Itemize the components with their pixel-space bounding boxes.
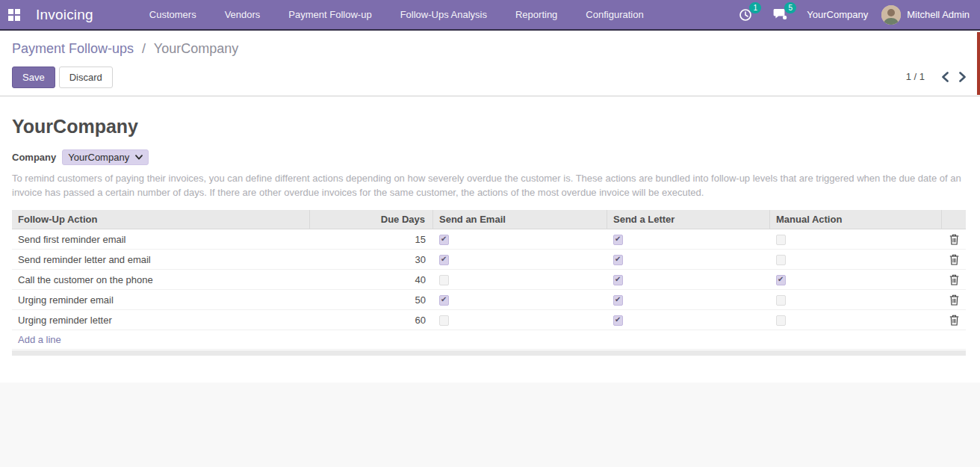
header-send-an-email[interactable]: Send an Email [433,210,607,229]
header-follow-up-action[interactable]: Follow-Up Action [12,210,310,229]
delete-row-button[interactable] [949,274,959,285]
followup-table-body: Send first reminder email 15 Send remind… [12,229,966,330]
delete-row-button[interactable] [949,254,959,265]
header-due-days[interactable]: Due Days [310,210,433,229]
navbar-right: 1 5 YourCompany Mitchell Admin [728,5,980,25]
chevron-down-icon [135,155,143,160]
messages-menu[interactable]: 5 [763,8,798,21]
delete-row-button[interactable] [949,294,959,306]
row-action[interactable]: Call the customer on the phone [12,274,310,285]
manual-action-checkbox[interactable] [776,275,786,285]
trash-icon [949,254,959,265]
row-due-days[interactable]: 30 [310,254,433,265]
header-delete-column [942,210,966,229]
menu-item-payment-follow-up[interactable]: Payment Follow-up [274,0,385,30]
manual-action-checkbox[interactable] [776,235,786,245]
manual-action-checkbox[interactable] [776,295,786,306]
user-menu[interactable]: Mitchell Admin [881,5,970,25]
trash-icon [949,315,959,326]
app-brand[interactable]: Invoicing [36,7,93,23]
breadcrumb-payment-follow-ups[interactable]: Payment Follow-ups [12,41,134,56]
row-action[interactable]: Urging reminder letter [12,315,310,326]
pager-previous-button[interactable] [941,72,949,82]
manual-action-checkbox[interactable] [776,315,786,326]
table-row: Send first reminder email 15 [12,229,966,250]
send-letter-checkbox[interactable] [613,315,623,326]
delete-row-button[interactable] [949,234,959,245]
table-row: Send reminder letter and email 30 [12,250,966,270]
control-panel: Payment Follow-ups / YourCompany Save Di… [0,31,980,96]
add-line-row: Add a line [12,330,966,350]
page-background-fill [0,383,980,467]
trash-icon [949,234,959,245]
company-select-value: YourCompany [68,152,129,163]
header-manual-action[interactable]: Manual Action [770,210,942,229]
header-send-a-letter[interactable]: Send a Letter [607,210,770,229]
manual-action-checkbox[interactable] [776,255,786,265]
main-menu: Customers Vendors Payment Follow-up Foll… [135,0,658,30]
user-name: Mitchell Admin [907,9,970,20]
table-row: Urging reminder email 50 [12,290,966,310]
send-email-checkbox[interactable] [439,275,449,285]
save-button[interactable]: Save [12,67,55,88]
company-select[interactable]: YourCompany [62,149,149,165]
send-email-checkbox[interactable] [439,315,449,326]
send-letter-checkbox[interactable] [613,255,623,265]
trash-icon [949,274,959,285]
add-a-line-link[interactable]: Add a line [12,334,67,345]
menu-item-configuration[interactable]: Configuration [571,0,657,30]
send-letter-checkbox[interactable] [613,275,623,285]
page-title: YourCompany [12,116,968,137]
follow-up-help-text: To remind customers of paying their invo… [12,171,968,200]
table-row: Call the customer on the phone 40 [12,270,966,290]
pager-next-button[interactable] [959,72,967,82]
form-sheet: YourCompany Company YourCompany To remin… [0,96,980,356]
send-email-checkbox[interactable] [439,255,449,265]
user-avatar [881,5,901,25]
table-row: Urging reminder letter 60 [12,310,966,330]
apps-menu-grid-icon[interactable] [8,9,20,21]
row-action[interactable]: Urging reminder email [12,294,310,306]
right-edge-red-strip [977,32,980,95]
row-action[interactable]: Send first reminder email [12,234,310,245]
menu-item-customers[interactable]: Customers [135,0,211,30]
row-due-days[interactable]: 40 [310,274,433,285]
send-email-checkbox[interactable] [439,235,449,245]
table-header-row: Follow-Up Action Due Days Send an Email … [12,210,966,229]
company-switcher[interactable]: YourCompany [798,9,881,20]
delete-row-button[interactable] [949,315,959,326]
chevron-left-icon [941,72,949,82]
row-due-days[interactable]: 60 [310,315,433,326]
discard-button[interactable]: Discard [59,67,113,88]
breadcrumb-current: YourCompany [154,41,238,56]
breadcrumb-separator: / [137,41,150,56]
trash-icon [949,294,959,306]
top-navbar: Invoicing Customers Vendors Payment Foll… [0,0,980,31]
company-field-label: Company [12,152,56,163]
activities-badge: 1 [749,2,761,13]
follow-up-levels-table: Follow-Up Action Due Days Send an Email … [12,210,966,356]
row-due-days[interactable]: 15 [310,234,433,245]
menu-item-vendors[interactable]: Vendors [211,0,275,30]
send-letter-checkbox[interactable] [613,235,623,245]
chevron-right-icon [959,72,967,82]
row-action[interactable]: Send reminder letter and email [12,254,310,265]
pager: 1 / 1 [906,71,967,82]
menu-item-reporting[interactable]: Reporting [501,0,571,30]
table-horizontal-scrollbar[interactable] [12,350,966,356]
menu-item-follow-ups-analysis[interactable]: Follow-Ups Analysis [386,0,501,30]
send-email-checkbox[interactable] [439,295,449,306]
pager-count: 1 / 1 [906,71,925,82]
activities-menu[interactable]: 1 [728,8,763,22]
send-letter-checkbox[interactable] [613,295,623,306]
breadcrumb: Payment Follow-ups / YourCompany [12,41,968,57]
messages-badge: 5 [784,2,796,13]
row-due-days[interactable]: 50 [310,294,433,306]
